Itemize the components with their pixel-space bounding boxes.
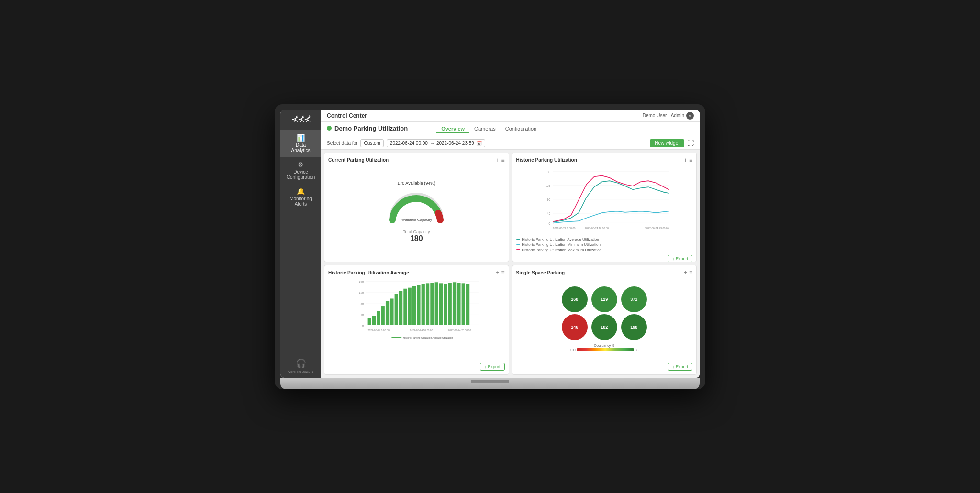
total-capacity-section: Total Capacity 180 xyxy=(403,230,430,243)
widget-add-btn-single[interactable]: + xyxy=(684,269,687,276)
widget-current-utilization: Current Parking Utilization + ≡ 170 Avai… xyxy=(324,153,509,263)
page-header: Demo Parking Utilization Overview Camera… xyxy=(321,122,700,137)
svg-text:90: 90 xyxy=(546,198,550,201)
total-capacity-label: Total Capacity xyxy=(403,230,430,234)
svg-rect-34 xyxy=(412,286,416,325)
svg-text:2022-06-24 23:00:00: 2022-06-24 23:00:00 xyxy=(645,227,668,230)
svg-rect-46 xyxy=(466,284,469,325)
svg-rect-27 xyxy=(381,306,385,325)
widget-actions-avg: + ≡ xyxy=(496,269,504,276)
new-widget-button[interactable]: New widget xyxy=(650,139,684,147)
legend-label-avg: Historic Parking Utilization Average Uti… xyxy=(522,237,599,241)
export-btn-avg[interactable]: ↓ Export xyxy=(480,363,504,371)
select-data-label: Select data for xyxy=(327,141,357,146)
sidebar: ⊀⊀⊀ 📊 DataAnalytics ⚙ DeviceConfiguratio… xyxy=(280,110,321,378)
widget-menu-btn-single[interactable]: ≡ xyxy=(689,269,692,276)
widget-actions-single: + ≡ xyxy=(684,269,692,276)
widget-header-current: Current Parking Utilization + ≡ xyxy=(328,157,505,164)
svg-text:2022-06-24 0:00:00: 2022-06-24 0:00:00 xyxy=(368,329,390,332)
widget-add-btn-current[interactable]: + xyxy=(496,157,499,164)
gauge-wrapper: 170 Available (94%) xyxy=(385,181,447,227)
svg-rect-43 xyxy=(453,282,456,325)
svg-rect-40 xyxy=(439,283,443,325)
date-from-badge[interactable]: 2022-06-24 00:00 → 2022-06-24 23:59 📅 xyxy=(387,139,485,147)
data-analytics-icon: 📊 xyxy=(297,134,305,142)
tabs-row: Overview Cameras Configuration xyxy=(436,125,541,133)
legend-dot-min xyxy=(516,244,520,245)
legend-item-min: Historic Parking Utilization Minimum Uti… xyxy=(516,242,693,247)
widget-title-single: Single Space Parking xyxy=(516,270,565,275)
widget-actions-current: + ≡ xyxy=(496,157,504,164)
page-header-inner: Demo Parking Utilization Overview Camera… xyxy=(327,125,694,134)
legend-item-max: Historic Parking Utilization Maximum Uti… xyxy=(516,248,693,252)
color-scale-bar xyxy=(577,348,634,351)
widget-header-single: Single Space Parking + ≡ xyxy=(516,269,693,276)
svg-rect-39 xyxy=(435,282,438,325)
sidebar-item-data-analytics-label: DataAnalytics xyxy=(291,142,310,153)
svg-text:135: 135 xyxy=(545,184,550,187)
svg-text:2022-06-24 10:00:00: 2022-06-24 10:00:00 xyxy=(585,227,609,230)
widget-menu-btn-current[interactable]: ≡ xyxy=(501,157,504,164)
tab-overview[interactable]: Overview xyxy=(436,125,469,133)
control-center-title: Control Center xyxy=(327,112,367,119)
expand-button[interactable]: ⛶ xyxy=(687,139,694,147)
bubble-row-1: 168 129 371 xyxy=(562,286,647,312)
date-type-badge[interactable]: Custom xyxy=(360,139,383,147)
sidebar-item-data-analytics[interactable]: 📊 DataAnalytics xyxy=(280,130,321,157)
available-count: 170 Available xyxy=(397,181,423,186)
export-btn-single[interactable]: ↓ Export xyxy=(668,363,692,371)
bar-chart-area: 160 120 80 40 0 xyxy=(328,279,505,360)
sidebar-item-device-configuration[interactable]: ⚙ DeviceConfiguration xyxy=(280,157,321,184)
svg-rect-36 xyxy=(422,284,425,325)
date-arrow: → xyxy=(430,141,434,146)
svg-rect-45 xyxy=(462,283,465,325)
bubble-129: 129 xyxy=(591,286,617,312)
svg-text:160: 160 xyxy=(359,280,364,283)
svg-rect-37 xyxy=(426,283,429,325)
widget-add-btn-avg[interactable]: + xyxy=(496,269,499,276)
bubble-146: 146 xyxy=(562,314,588,340)
bubble-371: 371 xyxy=(621,286,647,312)
widget-historic-average: Historic Parking Utilization Average + ≡ xyxy=(324,265,509,375)
sidebar-item-device-config-label: DeviceConfiguration xyxy=(287,169,315,180)
bubble-grid: 168 129 371 xyxy=(516,279,693,359)
sidebar-item-monitoring-alerts[interactable]: 🔔 MonitoringAlerts xyxy=(280,184,321,210)
widget-menu-btn-avg[interactable]: ≡ xyxy=(501,269,504,276)
toolbar: Select data for Custom 2022-06-24 00:00 … xyxy=(321,137,700,150)
tab-configuration[interactable]: Configuration xyxy=(501,125,541,133)
export-btn-historic[interactable]: ↓ Export xyxy=(668,255,692,263)
svg-text:2022-06-24 0:00:00: 2022-06-24 0:00:00 xyxy=(553,227,575,230)
legend-item-avg: Historic Parking Utilization Average Uti… xyxy=(516,237,693,241)
widget-menu-btn-historic[interactable]: ≡ xyxy=(689,157,692,164)
sidebar-bottom: 🎧 Version 2023.1 xyxy=(288,358,313,378)
support-icon[interactable]: 🎧 xyxy=(296,358,306,369)
legend-dot-max xyxy=(516,249,520,250)
total-capacity-value: 180 xyxy=(403,234,430,243)
widget-historic-utilization: Historic Parking Utilization + ≡ xyxy=(512,153,697,263)
tab-cameras[interactable]: Cameras xyxy=(469,125,501,133)
svg-text:0: 0 xyxy=(548,221,550,225)
svg-text:180: 180 xyxy=(545,170,550,174)
svg-rect-31 xyxy=(399,291,402,325)
svg-text:120: 120 xyxy=(359,291,364,294)
widgets-grid: Current Parking Utilization + ≡ 170 Avai… xyxy=(321,150,700,378)
page-title: Demo Parking Utilization xyxy=(334,125,408,132)
svg-text:2022-06-24 23:00:00: 2022-06-24 23:00:00 xyxy=(448,329,471,332)
available-label: 170 Available (94%) xyxy=(385,181,447,186)
svg-text:Historic Parking Utilization A: Historic Parking Utilization Average Uti… xyxy=(403,336,453,339)
widget-single-space: Single Space Parking + ≡ 168 xyxy=(512,265,697,375)
historic-chart-container: 180 135 90 45 0 2022-06-24 0:00:00 2022-… xyxy=(516,166,693,235)
laptop-frame: ⊀⊀⊀ 📊 DataAnalytics ⚙ DeviceConfiguratio… xyxy=(275,104,705,389)
laptop-base xyxy=(280,378,700,389)
svg-rect-44 xyxy=(457,283,460,325)
occupancy-label: Occupancy % xyxy=(594,344,614,347)
available-pct: (94%) xyxy=(424,181,435,186)
color-scale-wrapper: 100 33 xyxy=(570,348,638,351)
color-scale-section: Occupancy % 100 33 xyxy=(570,344,638,351)
svg-text:2022-06-24 10:00:00: 2022-06-24 10:00:00 xyxy=(410,329,433,332)
date-from-label: 2022-06-24 00:00 xyxy=(390,141,428,146)
widget-add-btn-historic[interactable]: + xyxy=(684,157,687,164)
app-logo: ⊀⊀⊀ xyxy=(291,114,310,124)
widget-title-historic: Historic Parking Utilization xyxy=(516,157,577,163)
top-bar: Control Center Demo User - Admin A xyxy=(321,110,700,122)
